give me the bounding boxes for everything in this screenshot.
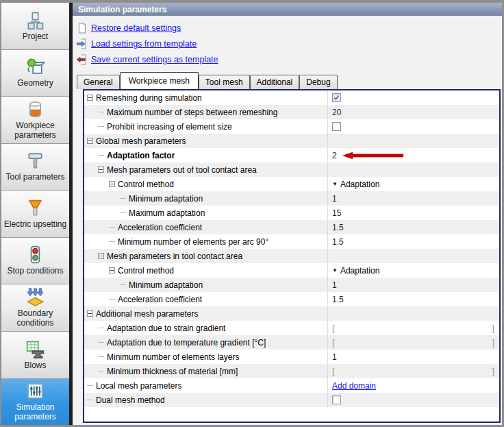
tree-dash	[109, 234, 115, 242]
expander-icon[interactable]	[109, 267, 115, 273]
sidebar-item-electric-upsetting[interactable]: Electric upsetting	[1, 191, 69, 238]
empty-range-field[interactable]: []	[332, 337, 499, 347]
table-row[interactable]: Acceleration coefficient1.5	[84, 292, 499, 306]
param-value[interactable]: 1.5	[332, 223, 344, 232]
param-value-cell[interactable]: 1.5	[328, 220, 499, 234]
expander-icon[interactable]	[87, 310, 93, 317]
table-row[interactable]: Adaptation due to strain gradient[]	[84, 321, 499, 335]
dropdown-value[interactable]: Adaptation	[340, 266, 379, 276]
tab-tool-mesh[interactable]: Tool mesh	[199, 75, 250, 89]
param-label-cell: Minimum adaptation	[84, 278, 328, 292]
tab-workpiece-mesh[interactable]: Workpiece mesh	[120, 72, 199, 89]
link-restore-default-settings[interactable]: Restore default settings	[77, 20, 502, 36]
param-label: Adaptation due to temperature gradient […	[107, 338, 266, 347]
table-row[interactable]: Minimum thickness of material [mm][]	[84, 364, 499, 378]
param-value-cell[interactable]: 1.5	[328, 234, 499, 249]
param-value[interactable]: 1	[332, 194, 337, 204]
table-row[interactable]: Control method▼Adaptation	[84, 177, 499, 191]
sidebar-item-blows[interactable]: Blows	[1, 332, 69, 379]
link-load-settings-from-template[interactable]: Load settings from template	[77, 36, 502, 51]
expander-icon[interactable]	[87, 138, 93, 144]
dropdown-value[interactable]: Adaptation	[340, 180, 379, 189]
close-bracket: ]	[492, 337, 494, 347]
add-domain-link[interactable]: Add domain	[332, 381, 376, 391]
empty-range-field[interactable]: []	[332, 323, 499, 333]
param-value-cell[interactable]: 20	[328, 105, 499, 119]
main-panel: Simulation parameters Restore default se…	[73, 3, 502, 425]
param-value[interactable]: 1.5	[332, 295, 344, 304]
param-label-cell: Adaptation due to temperature gradient […	[84, 335, 328, 350]
tree-dash	[87, 378, 93, 386]
sidebar-item-label: Project	[23, 32, 48, 41]
expander-icon[interactable]	[87, 95, 93, 101]
checkbox-checked[interactable]	[332, 93, 341, 102]
table-row[interactable]: Maximum adaptation15	[84, 206, 499, 220]
sidebar-item-stop-conditions[interactable]: Stop conditions	[1, 238, 69, 285]
table-row[interactable]: Global mesh parameters	[84, 134, 499, 148]
sidebar-item-workpiece-parameters[interactable]: Workpiece parameters	[1, 97, 69, 144]
param-label: Additional mesh parameters	[96, 309, 198, 319]
param-value-cell[interactable]: 1.5	[328, 292, 499, 306]
sidebar-item-tool-parameters[interactable]: Tool parameters	[1, 144, 69, 191]
param-value[interactable]: 20	[332, 108, 341, 117]
sidebar-item-boundary-conditions[interactable]: Boundary conditions	[1, 284, 69, 332]
sidebar-item-project[interactable]: Project	[1, 3, 69, 50]
param-value-cell[interactable]: []	[328, 364, 499, 378]
tab-debug[interactable]: Debug	[299, 75, 337, 89]
table-row[interactable]: Minimum adaptation1	[84, 278, 499, 292]
link-save-current-settings-as-template[interactable]: Save current settings as template	[77, 51, 502, 67]
tab-additional[interactable]: Additional	[250, 75, 300, 89]
checkbox-unchecked[interactable]	[332, 122, 341, 131]
param-label-cell: Acceleration coefficient	[84, 220, 328, 234]
param-label: Adaptation factor	[107, 151, 175, 160]
expander-icon[interactable]	[109, 181, 115, 187]
table-row[interactable]: Minimum number of elements layers1	[84, 350, 499, 364]
table-row[interactable]: Acceleration coefficient1.5	[84, 220, 499, 234]
table-row[interactable]: Adaptation factor2	[84, 148, 499, 162]
param-value-cell[interactable]: []	[328, 335, 499, 350]
param-value-cell[interactable]: 1	[328, 191, 499, 206]
table-row[interactable]: Local mesh parametersAdd domain	[84, 378, 499, 393]
param-value-cell[interactable]: []	[328, 321, 499, 335]
table-row[interactable]: Mesh parameters in tool contact area	[84, 249, 499, 263]
link-label[interactable]: Restore default settings	[91, 23, 181, 33]
tree-dash	[98, 364, 104, 371]
table-row[interactable]: Maximum number of steps between remeshin…	[84, 105, 499, 119]
param-label: Dual mesh method	[96, 395, 165, 405]
param-value-cell[interactable]: 1	[328, 350, 499, 364]
param-value-cell[interactable]: ▼Adaptation	[328, 263, 499, 278]
table-row[interactable]: Prohibit increasing of element size	[84, 119, 499, 134]
param-value[interactable]: 1	[332, 280, 337, 290]
param-value-cell[interactable]: ▼Adaptation	[328, 177, 499, 191]
checkbox-unchecked[interactable]	[332, 395, 341, 404]
sidebar-item-geometry[interactable]: Geometry	[1, 50, 69, 97]
chevron-down-icon[interactable]: ▼	[332, 267, 338, 273]
param-value-cell[interactable]: 2	[328, 148, 499, 162]
chevron-down-icon[interactable]: ▼	[332, 181, 338, 187]
param-value[interactable]: 1	[332, 352, 337, 362]
app-window: ProjectGeometryWorkpiece parametersTool …	[0, 0, 504, 427]
link-label[interactable]: Save current settings as template	[91, 55, 218, 64]
table-row[interactable]: Remeshing during simulation	[84, 90, 499, 105]
param-value-cell[interactable]: 1	[328, 278, 499, 292]
table-row[interactable]: Dual mesh method	[84, 393, 499, 407]
table-row[interactable]: Minimum number of elements per arc 90°1.…	[84, 234, 499, 249]
param-value[interactable]: 1.5	[332, 237, 344, 247]
expander-icon[interactable]	[98, 253, 104, 259]
param-value-cell	[328, 134, 499, 148]
tree-dash	[109, 292, 115, 300]
table-row[interactable]: Adaptation due to temperature gradient […	[84, 335, 499, 350]
expander-icon[interactable]	[98, 167, 104, 173]
empty-range-field[interactable]: []	[332, 366, 499, 376]
param-value[interactable]: 2	[332, 151, 337, 160]
table-row[interactable]: Control method▼Adaptation	[84, 263, 499, 278]
link-label[interactable]: Load settings from template	[91, 39, 197, 49]
table-row[interactable]: Additional mesh parameters	[84, 306, 499, 321]
param-value-cell[interactable]: 15	[328, 206, 499, 220]
tree-dash	[98, 350, 104, 357]
param-value[interactable]: 15	[332, 208, 341, 218]
table-row[interactable]: Minimum adaptation1	[84, 191, 499, 206]
table-row[interactable]: Mesh parameters out of tool contact area	[84, 162, 499, 177]
tab-general[interactable]: General	[77, 75, 120, 89]
sidebar-item-simulation-parameters[interactable]: Simulation parameters	[1, 379, 69, 426]
